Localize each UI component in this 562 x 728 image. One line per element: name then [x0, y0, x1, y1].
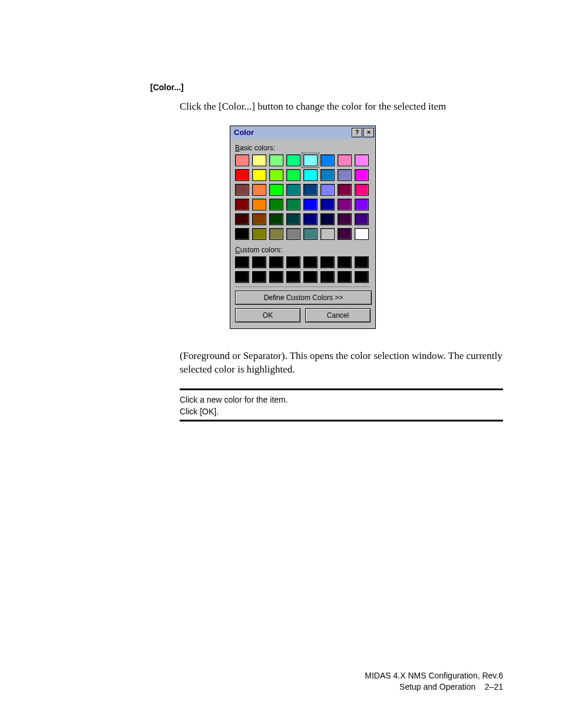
color-swatch[interactable] — [320, 154, 335, 166]
color-dialog-screenshot: Color ? × Basic colors: Custom colors: D… — [230, 126, 503, 329]
step-line: Click [OK]. — [180, 407, 503, 416]
color-swatch[interactable] — [286, 213, 300, 225]
footer-section: Setup and Operation — [399, 682, 475, 691]
color-swatch[interactable] — [320, 228, 335, 240]
color-swatch[interactable] — [235, 213, 249, 225]
help-icon[interactable]: ? — [352, 128, 362, 137]
custom-colors-grid — [235, 256, 371, 283]
custom-color-swatch[interactable] — [355, 271, 369, 283]
custom-color-swatch[interactable] — [235, 271, 249, 283]
custom-color-swatch[interactable] — [338, 256, 352, 268]
color-swatch[interactable] — [286, 169, 300, 181]
page-footer: MIDAS 4.X NMS Configuration, Rev.6 Setup… — [365, 670, 503, 693]
ok-button[interactable]: OK — [235, 308, 300, 322]
color-swatch[interactable] — [338, 154, 352, 166]
color-swatch[interactable] — [235, 184, 249, 196]
color-swatch[interactable] — [338, 169, 352, 181]
color-swatch[interactable] — [338, 228, 352, 240]
color-swatch[interactable] — [252, 199, 266, 210]
color-swatch[interactable] — [320, 169, 335, 181]
color-swatch[interactable] — [269, 184, 283, 196]
cancel-button[interactable]: Cancel — [305, 308, 371, 322]
color-swatch[interactable] — [269, 228, 283, 240]
color-swatch[interactable] — [303, 154, 318, 166]
custom-color-swatch[interactable] — [235, 256, 249, 268]
color-swatch[interactable] — [303, 213, 318, 225]
color-swatch[interactable] — [269, 199, 283, 210]
color-swatch[interactable] — [320, 199, 335, 210]
color-swatch[interactable] — [252, 228, 266, 240]
custom-color-swatch[interactable] — [269, 271, 283, 283]
color-swatch[interactable] — [286, 199, 300, 210]
basic-colors-grid — [235, 154, 371, 240]
color-swatch[interactable] — [235, 169, 249, 181]
section-heading: [Color...] — [150, 83, 503, 92]
footer-doc-title: MIDAS 4.X NMS Configuration, Rev.6 — [365, 670, 503, 681]
custom-colors-label: Custom colors: — [235, 246, 371, 254]
color-swatch[interactable] — [303, 169, 318, 181]
custom-color-swatch[interactable] — [252, 256, 266, 268]
dialog-titlebar: Color ? × — [230, 126, 375, 139]
custom-color-swatch[interactable] — [320, 256, 335, 268]
custom-color-swatch[interactable] — [252, 271, 266, 283]
color-swatch[interactable] — [286, 184, 300, 196]
color-swatch[interactable] — [355, 154, 369, 166]
color-swatch[interactable] — [252, 154, 266, 166]
footer-page-number: 2–21 — [485, 682, 503, 691]
custom-color-swatch[interactable] — [355, 256, 369, 268]
color-swatch[interactable] — [235, 154, 249, 166]
custom-color-swatch[interactable] — [269, 256, 283, 268]
color-swatch[interactable] — [252, 213, 266, 225]
color-swatch[interactable] — [338, 184, 352, 196]
custom-color-swatch[interactable] — [286, 256, 300, 268]
color-swatch[interactable] — [235, 199, 249, 210]
color-swatch[interactable] — [252, 169, 266, 181]
define-custom-colors-button[interactable]: Define Custom Colors >> — [235, 291, 372, 305]
color-swatch[interactable] — [355, 228, 369, 240]
custom-color-swatch[interactable] — [320, 271, 335, 283]
color-swatch[interactable] — [286, 228, 300, 240]
color-swatch[interactable] — [355, 213, 369, 225]
color-swatch[interactable] — [269, 169, 283, 181]
close-icon[interactable]: × — [363, 128, 374, 137]
color-dialog: Color ? × Basic colors: Custom colors: D… — [230, 126, 376, 329]
color-swatch[interactable] — [320, 184, 335, 196]
color-swatch[interactable] — [338, 213, 352, 225]
color-swatch[interactable] — [355, 169, 369, 181]
after-paragraph: (Foreground or Separator). This opens th… — [180, 350, 503, 377]
color-swatch[interactable] — [235, 228, 249, 240]
color-swatch[interactable] — [338, 199, 352, 210]
basic-colors-label: Basic colors: — [235, 144, 371, 152]
color-swatch[interactable] — [355, 199, 369, 210]
color-swatch[interactable] — [303, 199, 318, 210]
color-swatch[interactable] — [269, 213, 283, 225]
custom-color-swatch[interactable] — [286, 271, 300, 283]
intro-paragraph: Click the [Color...] button to change th… — [180, 100, 503, 114]
custom-color-swatch[interactable] — [338, 271, 352, 283]
custom-color-swatch[interactable] — [303, 256, 318, 268]
dialog-title: Color — [234, 128, 351, 137]
color-swatch[interactable] — [286, 154, 300, 166]
instruction-box: Click a new color for the item. Click [O… — [180, 388, 503, 421]
step-line: Click a new color for the item. — [180, 395, 503, 404]
color-swatch[interactable] — [269, 154, 283, 166]
color-swatch[interactable] — [303, 184, 318, 196]
color-swatch[interactable] — [320, 213, 335, 225]
color-swatch[interactable] — [303, 228, 318, 240]
custom-color-swatch[interactable] — [303, 271, 318, 283]
color-swatch[interactable] — [355, 184, 369, 196]
color-swatch[interactable] — [252, 184, 266, 196]
